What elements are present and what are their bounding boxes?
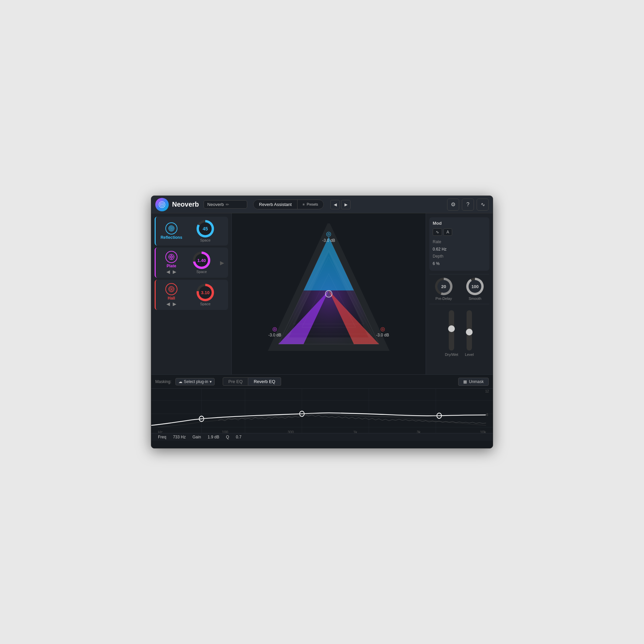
hall-section: Hall ◀ ▶ 3.10 Space <box>155 280 228 310</box>
unmask-label: Unmask <box>469 379 484 384</box>
svg-point-12 <box>171 288 172 290</box>
plugin-window: Neoverb Neoverb ✏ Reverb Assistant ≡ Pre… <box>151 196 493 448</box>
mod-title: Mod <box>433 221 486 226</box>
drywet-thumb[interactable] <box>448 325 455 332</box>
smooth-knob[interactable]: 100 <box>466 278 484 295</box>
info-q-label: Q <box>226 435 229 439</box>
predelay-value: 20 <box>437 280 450 293</box>
svg-point-5 <box>171 228 172 229</box>
predelay-area: 20 Pre-Delay <box>435 278 452 301</box>
mod-a-button[interactable]: A <box>443 228 452 236</box>
drywet-slider[interactable] <box>449 310 454 351</box>
mix-position-dot[interactable] <box>325 290 332 298</box>
mod-sine-button[interactable]: ∿ <box>433 228 442 236</box>
preset-navigation: ◀ ▶ <box>330 200 351 209</box>
svg-point-4 <box>170 227 173 230</box>
separator-2 <box>429 304 489 304</box>
reflections-icon-area: Reflections <box>160 222 183 240</box>
waveform-button[interactable]: ∿ <box>477 199 489 211</box>
edit-icon: ✏ <box>226 202 229 207</box>
info-gain-label: Gain <box>193 435 201 439</box>
presets-label: Presets <box>307 203 318 206</box>
masking-select[interactable]: ☁ Select plug-in ▾ <box>175 378 215 385</box>
drywet-label: Dry/Wet <box>445 353 459 357</box>
plate-section: Plate ◀ ▶ 1.40 Space ▶ <box>155 248 228 278</box>
eq-header: Masking: ☁ Select plug-in ▾ Pre EQ Rever… <box>151 375 493 389</box>
triangle-container[interactable]: ◎ -3.0 dB ◎ -3.0 dB ◎ -3.0 dB <box>258 223 399 364</box>
right-panel: Mod ∿ A Rate 0.62 Hz Depth 6 % 20 <box>426 213 493 374</box>
plate-space-value: 1.40 <box>195 254 208 267</box>
header-right-controls: ⚙ ? ∿ <box>447 199 489 211</box>
db-neg6: -6 <box>485 413 490 417</box>
info-gain-value: 1.9 dB <box>208 435 219 439</box>
plate-label: Plate <box>167 264 176 268</box>
reflections-section: Reflections 45 Space <box>155 217 228 246</box>
bottom-eq: Masking: ☁ Select plug-in ▾ Pre EQ Rever… <box>151 374 493 448</box>
plate-space-knob[interactable]: 1.40 <box>193 252 210 269</box>
info-q-value: 0.7 <box>236 435 241 439</box>
plate-arrow[interactable]: ▶ <box>220 260 224 266</box>
prev-preset-button[interactable]: ◀ <box>330 200 340 209</box>
plugin-name: Neoverb <box>172 201 199 208</box>
smooth-label: Smooth <box>469 297 481 301</box>
next-preset-button[interactable]: ▶ <box>341 200 351 209</box>
info-freq-value: 733 Hz <box>173 435 186 439</box>
reflections-icon[interactable] <box>165 222 177 234</box>
hall-label: Hall <box>168 296 175 301</box>
knobs-row: 20 Pre-Delay 100 Smooth <box>429 278 489 301</box>
sliders-section: Dry/Wet Level <box>429 308 489 370</box>
smooth-area: 100 Smooth <box>466 278 484 301</box>
pre-eq-tab[interactable]: Pre EQ <box>223 377 249 386</box>
reflections-label: Reflections <box>161 235 182 240</box>
select-plugin-label: Select plug-in <box>184 379 208 384</box>
settings-button[interactable]: ⚙ <box>447 199 459 211</box>
hall-icon[interactable] <box>165 283 177 295</box>
plate-icon[interactable] <box>165 251 177 263</box>
reverb-eq-tab[interactable]: Reverb EQ <box>248 377 281 386</box>
eq-tabs: Pre EQ Reverb EQ <box>223 377 281 386</box>
level-slider[interactable] <box>467 310 472 351</box>
right-db-label: ◎ -3.0 dB <box>376 326 389 337</box>
main-content: Reflections 45 Space <box>151 213 493 374</box>
masking-label: Masking: <box>155 379 171 384</box>
hall-space-knob[interactable]: 3.10 <box>197 284 214 301</box>
preset-name-box[interactable]: Neoverb ✏ <box>204 200 247 209</box>
plate-next[interactable]: ▶ <box>172 269 177 274</box>
plate-nav: ◀ ▶ <box>166 269 177 274</box>
unmask-icon: ▦ <box>463 379 467 384</box>
rate-value: 0.62 Hz <box>433 247 446 252</box>
mod-info: Rate 0.62 Hz Depth 6 % <box>433 238 486 267</box>
left-db-label: ◎ -3.0 dB <box>268 326 281 337</box>
presets-icon: ≡ <box>303 203 305 206</box>
eq-display[interactable]: 12 -6 -24 Hz 100 300 1k 3k 10k Freq 733 … <box>151 389 493 441</box>
depth-value: 6 % <box>433 261 440 266</box>
plate-space-label: Space <box>196 270 207 274</box>
masking-icon: ☁ <box>178 379 182 384</box>
hall-space-value: 3.10 <box>199 286 212 299</box>
reflections-knob-area: 45 Space <box>186 220 224 242</box>
svg-point-2 <box>162 204 163 205</box>
help-button[interactable]: ? <box>462 199 474 211</box>
reflections-space-value: 45 <box>199 222 212 235</box>
level-slider-area: Level <box>465 310 474 368</box>
preset-name: Neoverb <box>207 202 224 207</box>
reverb-assistant-button[interactable]: Reverb Assistant <box>254 200 298 209</box>
level-thumb[interactable] <box>466 329 473 335</box>
hall-prev[interactable]: ◀ <box>166 301 171 307</box>
drywet-slider-area: Dry/Wet <box>445 310 459 368</box>
header-center-controls: Reverb Assistant ≡ Presets <box>253 200 324 209</box>
predelay-knob[interactable]: 20 <box>435 278 452 295</box>
dropdown-arrow: ▾ <box>210 379 212 384</box>
left-panel: Reflections 45 Space <box>151 213 232 374</box>
hall-next[interactable]: ▶ <box>172 301 177 307</box>
level-label: Level <box>465 353 474 357</box>
unmask-button[interactable]: ▦ Unmask <box>458 378 489 386</box>
plate-prev[interactable]: ◀ <box>166 269 171 274</box>
logo <box>155 198 169 211</box>
presets-button[interactable]: ≡ Presets <box>298 201 324 208</box>
reflections-space-knob[interactable]: 45 <box>197 220 214 237</box>
hall-icon-area: Hall ◀ ▶ <box>160 283 183 307</box>
hall-nav: ◀ ▶ <box>166 301 177 307</box>
mod-buttons: ∿ A <box>433 228 486 236</box>
db-12: 12 <box>485 389 490 393</box>
